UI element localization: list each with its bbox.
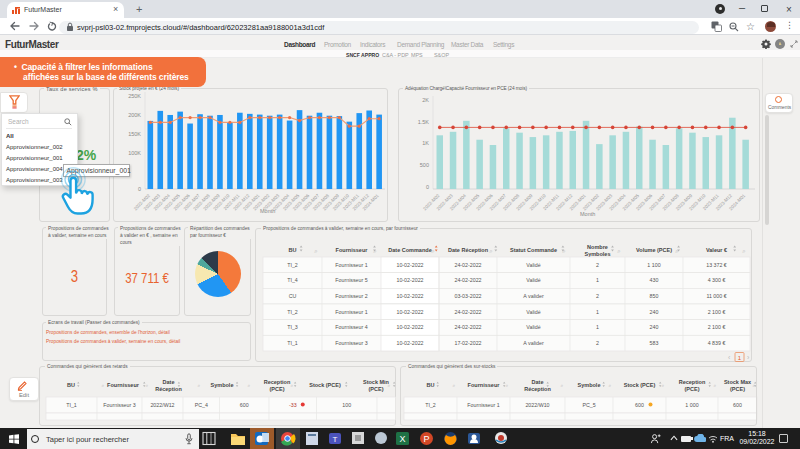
- svg-text:P: P: [423, 434, 429, 444]
- svg-text:T: T: [333, 435, 338, 444]
- svg-text:X: X: [399, 434, 405, 444]
